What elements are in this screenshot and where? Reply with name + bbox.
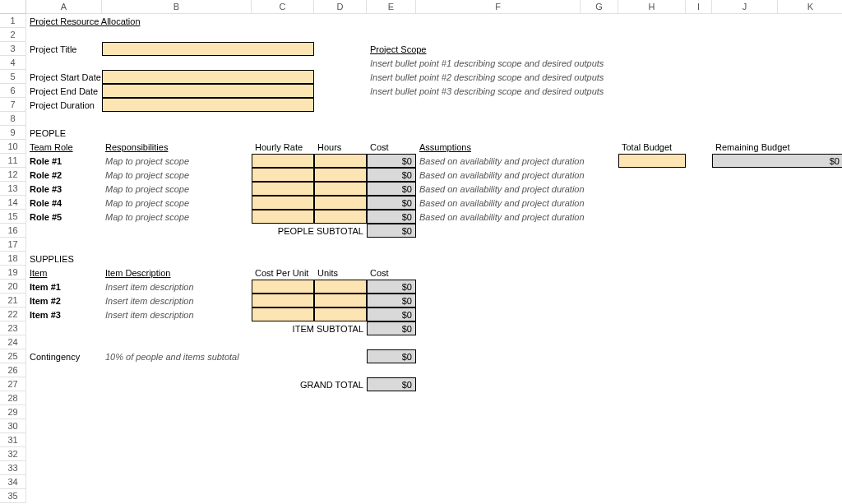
row-header-9[interactable]: 9 [0, 126, 26, 140]
row-header-5[interactable]: 5 [0, 70, 26, 84]
project-duration-label: Project Duration [26, 98, 102, 112]
role-assump-2: Based on availability and project durati… [416, 182, 686, 196]
spreadsheet-grid[interactable]: ABCDEFGHIJK12345678910111213141516171819… [0, 0, 842, 503]
col-header-E[interactable]: E [367, 0, 416, 14]
role-rate-input-1[interactable] [252, 168, 314, 182]
team-role-header: Team Role [26, 140, 102, 154]
item-units-input-1[interactable] [314, 294, 367, 307]
col-header-J[interactable]: J [712, 0, 778, 14]
col-header-C[interactable]: C [252, 0, 314, 14]
project-end-label: Project End Date [26, 84, 102, 98]
hourly-rate-header: Hourly Rate [252, 140, 314, 154]
row-header-4[interactable]: 4 [0, 56, 26, 70]
col-header-B[interactable]: B [102, 0, 252, 14]
role-hours-input-4[interactable] [314, 210, 367, 224]
col-header-I[interactable]: I [686, 0, 712, 14]
remaining-budget-header: Remaining Budget [712, 140, 842, 154]
col-header-H[interactable]: H [618, 0, 686, 14]
remaining-budget-value: $0 [712, 154, 842, 168]
grand-total-value: $0 [367, 377, 416, 391]
row-header-31[interactable]: 31 [0, 433, 26, 447]
item-units-input-0[interactable] [314, 280, 367, 294]
item-cost-2: $0 [367, 307, 416, 321]
row-header-7[interactable]: 7 [0, 98, 26, 112]
row-header-24[interactable]: 24 [0, 335, 26, 349]
row-header-11[interactable]: 11 [0, 154, 26, 168]
row-header-34[interactable]: 34 [0, 475, 26, 489]
row-header-14[interactable]: 14 [0, 196, 26, 210]
project-title-input[interactable] [102, 42, 314, 56]
item-subtotal-label: ITEM SUBTOTAL [252, 321, 367, 335]
select-all-corner[interactable] [0, 0, 26, 14]
col-header-G[interactable]: G [581, 0, 618, 14]
role-rate-input-4[interactable] [252, 210, 314, 224]
col-header-F[interactable]: F [416, 0, 581, 14]
row-header-10[interactable]: 10 [0, 140, 26, 154]
project-start-label: Project Start Date [26, 70, 102, 84]
col-header-K[interactable]: K [778, 0, 842, 14]
item-desc-1: Insert item description [102, 294, 252, 307]
col-header-D[interactable]: D [314, 0, 367, 14]
row-header-12[interactable]: 12 [0, 168, 26, 182]
row-header-33[interactable]: 33 [0, 461, 26, 475]
row-header-30[interactable]: 30 [0, 419, 26, 433]
row-header-29[interactable]: 29 [0, 405, 26, 419]
row-header-27[interactable]: 27 [0, 377, 26, 391]
row-header-3[interactable]: 3 [0, 42, 26, 56]
cost-per-unit-header: Cost Per Unit [252, 266, 314, 280]
item-desc-0: Insert item description [102, 280, 252, 294]
row-header-20[interactable]: 20 [0, 280, 26, 294]
project-start-input[interactable] [102, 70, 314, 84]
row-header-13[interactable]: 13 [0, 182, 26, 196]
role-rate-input-0[interactable] [252, 154, 314, 168]
row-header-28[interactable]: 28 [0, 391, 26, 405]
row-header-2[interactable]: 2 [0, 28, 26, 42]
project-duration-input[interactable] [102, 98, 314, 112]
role-hours-input-2[interactable] [314, 182, 367, 196]
scope-bullet-3: Insert bullet point #3 describing scope … [367, 84, 712, 98]
role-resp-2: Map to project scope [102, 182, 252, 196]
row-header-26[interactable]: 26 [0, 363, 26, 377]
item-cost-header: Cost [367, 266, 416, 280]
scope-bullet-2: Insert bullet point #2 describing scope … [367, 70, 712, 84]
total-budget-input[interactable] [618, 154, 686, 168]
row-header-22[interactable]: 22 [0, 307, 26, 321]
role-hours-input-3[interactable] [314, 196, 367, 210]
role-rate-input-2[interactable] [252, 182, 314, 196]
row-header-15[interactable]: 15 [0, 210, 26, 224]
role-hours-input-1[interactable] [314, 168, 367, 182]
role-assump-4: Based on availability and project durati… [416, 210, 686, 224]
col-header-A[interactable]: A [26, 0, 102, 14]
row-header-1[interactable]: 1 [0, 14, 26, 28]
item-cpu-input-1[interactable] [252, 294, 314, 307]
row-header-21[interactable]: 21 [0, 294, 26, 307]
scope-bullet-1: Insert bullet point #1 describing scope … [367, 56, 712, 70]
project-title-label: Project Title [26, 42, 102, 56]
row-header-23[interactable]: 23 [0, 321, 26, 335]
total-budget-header: Total Budget [618, 140, 686, 154]
supplies-section-header: SUPPLIES [26, 252, 252, 266]
row-header-32[interactable]: 32 [0, 447, 26, 461]
role-assump-1: Based on availability and project durati… [416, 168, 686, 182]
people-section-header: PEOPLE [26, 126, 252, 140]
role-cost-3: $0 [367, 196, 416, 210]
row-header-17[interactable]: 17 [0, 238, 26, 252]
role-rate-input-3[interactable] [252, 196, 314, 210]
item-units-input-2[interactable] [314, 307, 367, 321]
item-cpu-input-2[interactable] [252, 307, 314, 321]
row-header-16[interactable]: 16 [0, 224, 26, 238]
item-desc-2: Insert item description [102, 307, 252, 321]
row-header-8[interactable]: 8 [0, 112, 26, 126]
row-header-19[interactable]: 19 [0, 266, 26, 280]
role-hours-input-0[interactable] [314, 154, 367, 168]
role-cost-2: $0 [367, 182, 416, 196]
item-subtotal-value: $0 [367, 321, 416, 335]
row-header-25[interactable]: 25 [0, 349, 26, 363]
row-header-35[interactable]: 35 [0, 489, 26, 503]
row-header-6[interactable]: 6 [0, 84, 26, 98]
assumptions-header: Assumptions [416, 140, 581, 154]
item-cpu-input-0[interactable] [252, 280, 314, 294]
project-end-input[interactable] [102, 84, 314, 98]
role-name-0: Role #1 [26, 154, 102, 168]
row-header-18[interactable]: 18 [0, 252, 26, 266]
